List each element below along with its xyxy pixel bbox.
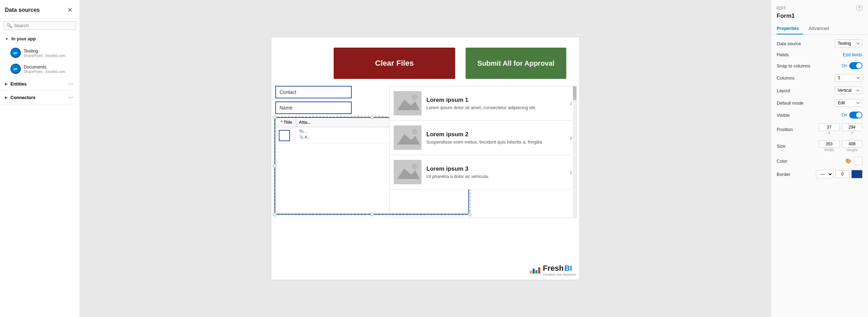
- border-style-select[interactable]: —: [816, 170, 833, 178]
- position-y-col: Y: [842, 123, 862, 135]
- position-x-input[interactable]: [819, 123, 840, 131]
- columns-select[interactable]: 3: [835, 74, 862, 82]
- gallery-item-1[interactable]: Lorem ipsum 1 Lorem ipsum dolor sit amet…: [390, 86, 576, 121]
- entities-more-button[interactable]: ···: [67, 81, 75, 87]
- testing-name: Testing: [24, 48, 65, 54]
- search-input[interactable]: [14, 23, 73, 28]
- contact-input[interactable]: [275, 86, 352, 98]
- gallery-text-2: Lorem ipsum 2 Suspendisse enim metus, ti…: [426, 131, 567, 145]
- layout-select[interactable]: Vertical: [835, 87, 862, 94]
- rp-body: Data source Testing Fields Edit fields S…: [771, 35, 868, 317]
- position-y-input[interactable]: [842, 123, 862, 131]
- size-width-col: Width: [819, 140, 840, 152]
- in-your-app-section: ▼ In your app SP Testing SharePoint...fr…: [0, 33, 80, 77]
- snap-toggle-row: On: [842, 62, 862, 69]
- color-picker-icon[interactable]: 🎨: [845, 158, 851, 164]
- clear-files-button[interactable]: Clear Files: [334, 48, 455, 79]
- border-label: Border: [777, 172, 790, 177]
- testing-subtitle: SharePoint...freshbi.com: [24, 54, 65, 58]
- svg-point-6: [412, 95, 417, 100]
- columns-label: Columns: [777, 75, 794, 81]
- visible-toggle[interactable]: [849, 112, 862, 119]
- right-panel: EDIT ? Form1 Properties Advanced Data so…: [771, 0, 868, 317]
- position-row: Position X Y: [777, 123, 862, 135]
- table-col-title: * Title: [275, 118, 296, 127]
- height-label: Height: [846, 148, 858, 152]
- connectors-more-button[interactable]: ···: [67, 94, 75, 100]
- bar-chart-icon: [530, 267, 540, 274]
- in-your-app-header[interactable]: ▼ In your app: [0, 33, 80, 45]
- in-your-app-label: In your app: [11, 36, 36, 41]
- gallery-chevron-1: ›: [570, 99, 572, 107]
- gallery-desc-3: Ut pharetra a dolor ac vehicula.: [426, 174, 567, 179]
- gallery-thumb-3: [394, 160, 422, 184]
- datasource-item-documents[interactable]: SP Documents SharePoint...freshbi.com: [0, 61, 80, 77]
- documents-subtitle: SharePoint...freshbi.com: [24, 70, 65, 74]
- gallery-item-3[interactable]: Lorem ipsum 3 Ut pharetra a dolor ac veh…: [390, 155, 576, 189]
- canvas-inner: Clear Files Submit All for Approval * Ti…: [271, 37, 580, 280]
- rp-tabs: Properties Advanced: [771, 23, 868, 35]
- svg-point-12: [412, 163, 417, 169]
- documents-icon: SP: [10, 64, 21, 74]
- default-mode-label: Default mode: [777, 100, 803, 106]
- canvas-footer: Fresh BI Visualize Your Business: [530, 264, 576, 276]
- width-label: Width: [824, 148, 834, 152]
- freshbi-tagline: Visualize Your Business: [543, 273, 576, 276]
- connectors-row[interactable]: ▶ Connectors ···: [0, 91, 80, 104]
- visible-toggle-knob: [856, 112, 862, 118]
- fields-row: Fields Edit fields: [777, 52, 862, 57]
- documents-info: Documents SharePoint...freshbi.com: [24, 64, 65, 74]
- columns-row: Columns 3: [777, 74, 862, 82]
- help-icon[interactable]: ?: [856, 5, 862, 11]
- entities-row[interactable]: ▶ Entities ···: [0, 77, 80, 90]
- scrollbar-thumb[interactable]: [573, 86, 576, 100]
- position-inputs: X Y: [819, 123, 862, 135]
- gallery-title-2: Lorem ipsum 2: [426, 131, 567, 138]
- y-label: Y: [851, 131, 853, 135]
- documents-name: Documents: [24, 64, 65, 70]
- visible-toggle-label: On: [842, 113, 847, 117]
- gallery-chevron-3: ›: [570, 168, 572, 176]
- submit-all-button[interactable]: Submit All for Approval: [466, 48, 566, 79]
- default-mode-select[interactable]: Edit: [835, 99, 862, 107]
- layout-label: Layout: [777, 88, 790, 93]
- gallery-thumb-2: [394, 125, 422, 150]
- chevron-down-icon: ▼: [5, 37, 9, 41]
- datasource-select[interactable]: Testing: [835, 40, 862, 47]
- snap-toggle[interactable]: [849, 62, 862, 69]
- connectors-chevron-icon: ▶: [5, 95, 8, 100]
- snap-toggle-knob: [856, 63, 862, 68]
- size-width-input[interactable]: [819, 140, 840, 148]
- position-x-col: X: [819, 123, 840, 135]
- tab-properties[interactable]: Properties: [777, 23, 803, 34]
- entities-label: Entities: [10, 81, 27, 87]
- name-input[interactable]: [275, 101, 352, 114]
- datasource-item-testing[interactable]: SP Testing SharePoint...freshbi.com: [0, 45, 80, 61]
- snap-label: Snap to columns: [777, 63, 810, 68]
- size-height-col: Height: [842, 140, 862, 152]
- size-height-input[interactable]: [842, 140, 862, 148]
- visible-toggle-row: On: [842, 112, 862, 119]
- gallery-text-3: Lorem ipsum 3 Ut pharetra a dolor ac veh…: [426, 165, 567, 179]
- size-label: Size: [777, 144, 785, 149]
- rp-edit-label: EDIT: [777, 6, 786, 10]
- title-box[interactable]: [279, 130, 290, 141]
- close-button[interactable]: ✕: [65, 6, 75, 15]
- color-swatch[interactable]: [854, 157, 862, 165]
- testing-info: Testing SharePoint...freshbi.com: [24, 48, 65, 58]
- sidebar: Data sources ✕ 🔍 ▼ In your app SP Testin…: [0, 0, 80, 317]
- border-row: Border —: [777, 170, 862, 178]
- search-box[interactable]: 🔍: [3, 21, 76, 30]
- gallery-text-1: Lorem ipsum 1 Lorem ipsum dolor sit amet…: [426, 97, 567, 110]
- bi-text: BI: [565, 264, 572, 273]
- tab-advanced[interactable]: Advanced: [809, 23, 833, 34]
- svg-text:SP: SP: [13, 67, 17, 71]
- edit-fields-link[interactable]: Edit fields: [843, 52, 862, 57]
- border-width-input[interactable]: [835, 170, 849, 178]
- svg-point-9: [412, 129, 417, 135]
- entities-section: ▶ Entities ···: [0, 77, 80, 91]
- border-color-swatch[interactable]: [851, 170, 862, 178]
- gallery-item-2[interactable]: Lorem ipsum 2 Suspendisse enim metus, ti…: [390, 121, 576, 155]
- color-label: Color: [777, 158, 787, 164]
- layout-row: Layout Vertical: [777, 87, 862, 94]
